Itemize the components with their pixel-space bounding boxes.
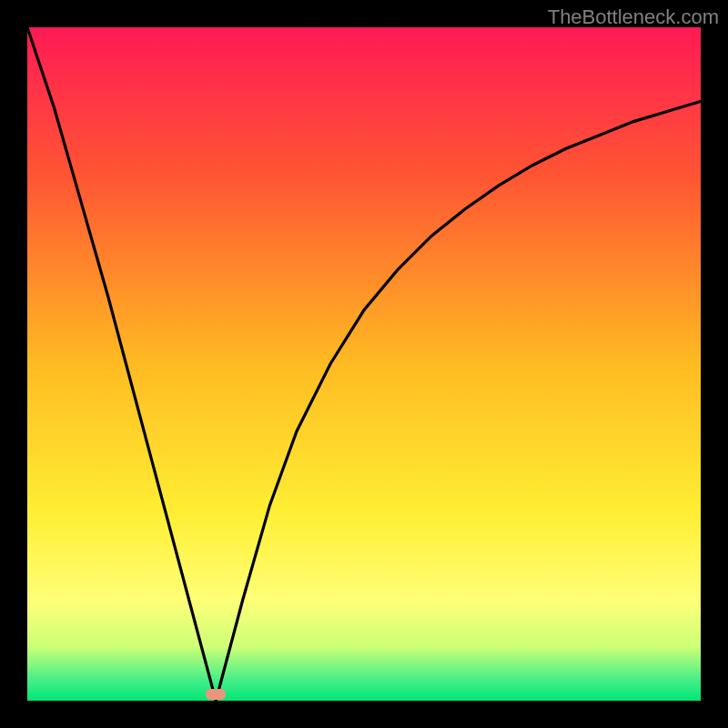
- optimum-marker: [206, 689, 226, 700]
- curve-path: [27, 27, 701, 701]
- watermark-text: TheBottleneck.com: [548, 5, 719, 29]
- chart-frame: [27, 27, 701, 701]
- bottleneck-curve: [27, 27, 701, 701]
